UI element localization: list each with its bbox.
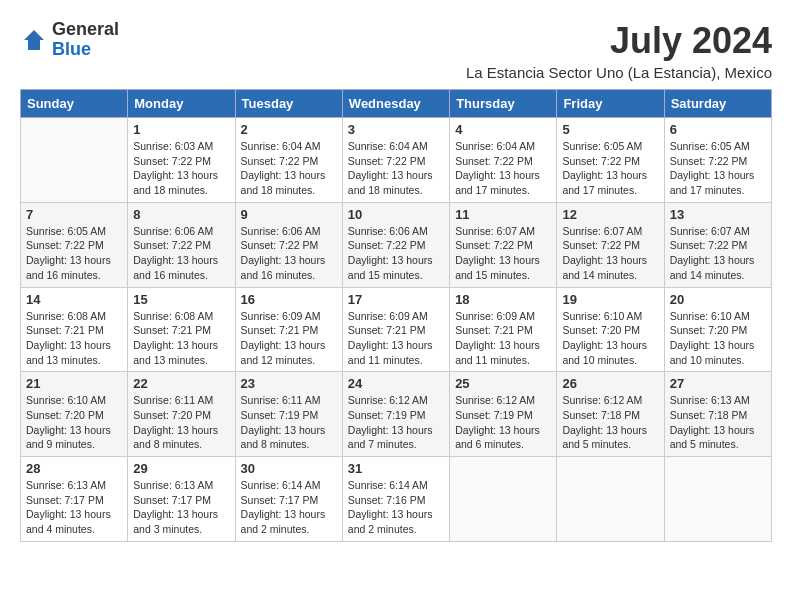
table-cell: 30Sunrise: 6:14 AMSunset: 7:17 PMDayligh… (235, 457, 342, 542)
header-friday: Friday (557, 90, 664, 118)
header-sunday: Sunday (21, 90, 128, 118)
day-number: 7 (26, 207, 122, 222)
table-cell: 31Sunrise: 6:14 AMSunset: 7:16 PMDayligh… (342, 457, 449, 542)
calendar-row-3: 14Sunrise: 6:08 AMSunset: 7:21 PMDayligh… (21, 287, 772, 372)
logo-text: General Blue (52, 20, 119, 60)
day-info: Sunrise: 6:10 AMSunset: 7:20 PMDaylight:… (670, 309, 766, 368)
calendar-table: Sunday Monday Tuesday Wednesday Thursday… (20, 89, 772, 542)
table-cell: 1Sunrise: 6:03 AMSunset: 7:22 PMDaylight… (128, 118, 235, 203)
day-info: Sunrise: 6:11 AMSunset: 7:19 PMDaylight:… (241, 393, 337, 452)
title-block: July 2024 La Estancia Sector Uno (La Est… (466, 20, 772, 81)
table-cell: 17Sunrise: 6:09 AMSunset: 7:21 PMDayligh… (342, 287, 449, 372)
header-wednesday: Wednesday (342, 90, 449, 118)
day-info: Sunrise: 6:09 AMSunset: 7:21 PMDaylight:… (455, 309, 551, 368)
page-header: General Blue July 2024 La Estancia Secto… (20, 20, 772, 81)
day-number: 29 (133, 461, 229, 476)
table-cell (664, 457, 771, 542)
table-cell: 11Sunrise: 6:07 AMSunset: 7:22 PMDayligh… (450, 202, 557, 287)
day-number: 3 (348, 122, 444, 137)
table-cell: 5Sunrise: 6:05 AMSunset: 7:22 PMDaylight… (557, 118, 664, 203)
table-cell: 19Sunrise: 6:10 AMSunset: 7:20 PMDayligh… (557, 287, 664, 372)
day-info: Sunrise: 6:08 AMSunset: 7:21 PMDaylight:… (26, 309, 122, 368)
day-number: 17 (348, 292, 444, 307)
day-info: Sunrise: 6:06 AMSunset: 7:22 PMDaylight:… (241, 224, 337, 283)
table-cell: 9Sunrise: 6:06 AMSunset: 7:22 PMDaylight… (235, 202, 342, 287)
table-cell: 18Sunrise: 6:09 AMSunset: 7:21 PMDayligh… (450, 287, 557, 372)
day-info: Sunrise: 6:14 AMSunset: 7:17 PMDaylight:… (241, 478, 337, 537)
table-cell: 7Sunrise: 6:05 AMSunset: 7:22 PMDaylight… (21, 202, 128, 287)
day-number: 12 (562, 207, 658, 222)
table-cell (450, 457, 557, 542)
table-cell: 10Sunrise: 6:06 AMSunset: 7:22 PMDayligh… (342, 202, 449, 287)
day-number: 4 (455, 122, 551, 137)
day-info: Sunrise: 6:07 AMSunset: 7:22 PMDaylight:… (562, 224, 658, 283)
day-info: Sunrise: 6:06 AMSunset: 7:22 PMDaylight:… (348, 224, 444, 283)
day-number: 15 (133, 292, 229, 307)
day-info: Sunrise: 6:04 AMSunset: 7:22 PMDaylight:… (348, 139, 444, 198)
day-info: Sunrise: 6:10 AMSunset: 7:20 PMDaylight:… (26, 393, 122, 452)
day-number: 6 (670, 122, 766, 137)
table-cell (21, 118, 128, 203)
table-cell: 25Sunrise: 6:12 AMSunset: 7:19 PMDayligh… (450, 372, 557, 457)
day-info: Sunrise: 6:07 AMSunset: 7:22 PMDaylight:… (670, 224, 766, 283)
logo-icon (20, 26, 48, 54)
day-info: Sunrise: 6:08 AMSunset: 7:21 PMDaylight:… (133, 309, 229, 368)
day-number: 18 (455, 292, 551, 307)
day-info: Sunrise: 6:05 AMSunset: 7:22 PMDaylight:… (562, 139, 658, 198)
day-info: Sunrise: 6:12 AMSunset: 7:19 PMDaylight:… (348, 393, 444, 452)
day-number: 9 (241, 207, 337, 222)
calendar-header-row: Sunday Monday Tuesday Wednesday Thursday… (21, 90, 772, 118)
logo: General Blue (20, 20, 119, 60)
day-info: Sunrise: 6:13 AMSunset: 7:17 PMDaylight:… (133, 478, 229, 537)
table-cell: 15Sunrise: 6:08 AMSunset: 7:21 PMDayligh… (128, 287, 235, 372)
table-cell: 3Sunrise: 6:04 AMSunset: 7:22 PMDaylight… (342, 118, 449, 203)
day-info: Sunrise: 6:13 AMSunset: 7:18 PMDaylight:… (670, 393, 766, 452)
location-title: La Estancia Sector Uno (La Estancia), Me… (466, 64, 772, 81)
day-number: 27 (670, 376, 766, 391)
table-cell: 22Sunrise: 6:11 AMSunset: 7:20 PMDayligh… (128, 372, 235, 457)
day-number: 19 (562, 292, 658, 307)
day-number: 26 (562, 376, 658, 391)
day-number: 10 (348, 207, 444, 222)
day-number: 31 (348, 461, 444, 476)
day-info: Sunrise: 6:13 AMSunset: 7:17 PMDaylight:… (26, 478, 122, 537)
table-cell: 13Sunrise: 6:07 AMSunset: 7:22 PMDayligh… (664, 202, 771, 287)
header-thursday: Thursday (450, 90, 557, 118)
day-number: 20 (670, 292, 766, 307)
day-info: Sunrise: 6:14 AMSunset: 7:16 PMDaylight:… (348, 478, 444, 537)
table-cell: 29Sunrise: 6:13 AMSunset: 7:17 PMDayligh… (128, 457, 235, 542)
day-number: 30 (241, 461, 337, 476)
day-info: Sunrise: 6:09 AMSunset: 7:21 PMDaylight:… (348, 309, 444, 368)
month-title: July 2024 (466, 20, 772, 62)
day-info: Sunrise: 6:07 AMSunset: 7:22 PMDaylight:… (455, 224, 551, 283)
day-info: Sunrise: 6:09 AMSunset: 7:21 PMDaylight:… (241, 309, 337, 368)
day-number: 25 (455, 376, 551, 391)
table-cell: 14Sunrise: 6:08 AMSunset: 7:21 PMDayligh… (21, 287, 128, 372)
table-cell: 16Sunrise: 6:09 AMSunset: 7:21 PMDayligh… (235, 287, 342, 372)
day-number: 22 (133, 376, 229, 391)
table-cell: 8Sunrise: 6:06 AMSunset: 7:22 PMDaylight… (128, 202, 235, 287)
day-info: Sunrise: 6:05 AMSunset: 7:22 PMDaylight:… (26, 224, 122, 283)
day-number: 13 (670, 207, 766, 222)
day-number: 14 (26, 292, 122, 307)
day-number: 16 (241, 292, 337, 307)
day-number: 2 (241, 122, 337, 137)
table-cell: 4Sunrise: 6:04 AMSunset: 7:22 PMDaylight… (450, 118, 557, 203)
day-number: 24 (348, 376, 444, 391)
day-info: Sunrise: 6:12 AMSunset: 7:19 PMDaylight:… (455, 393, 551, 452)
calendar-row-1: 1Sunrise: 6:03 AMSunset: 7:22 PMDaylight… (21, 118, 772, 203)
table-cell: 6Sunrise: 6:05 AMSunset: 7:22 PMDaylight… (664, 118, 771, 203)
day-number: 28 (26, 461, 122, 476)
day-info: Sunrise: 6:04 AMSunset: 7:22 PMDaylight:… (455, 139, 551, 198)
day-info: Sunrise: 6:10 AMSunset: 7:20 PMDaylight:… (562, 309, 658, 368)
table-cell: 28Sunrise: 6:13 AMSunset: 7:17 PMDayligh… (21, 457, 128, 542)
day-number: 21 (26, 376, 122, 391)
day-info: Sunrise: 6:05 AMSunset: 7:22 PMDaylight:… (670, 139, 766, 198)
calendar-row-2: 7Sunrise: 6:05 AMSunset: 7:22 PMDaylight… (21, 202, 772, 287)
header-monday: Monday (128, 90, 235, 118)
table-cell: 23Sunrise: 6:11 AMSunset: 7:19 PMDayligh… (235, 372, 342, 457)
table-cell: 12Sunrise: 6:07 AMSunset: 7:22 PMDayligh… (557, 202, 664, 287)
calendar-row-5: 28Sunrise: 6:13 AMSunset: 7:17 PMDayligh… (21, 457, 772, 542)
table-cell: 20Sunrise: 6:10 AMSunset: 7:20 PMDayligh… (664, 287, 771, 372)
header-tuesday: Tuesday (235, 90, 342, 118)
